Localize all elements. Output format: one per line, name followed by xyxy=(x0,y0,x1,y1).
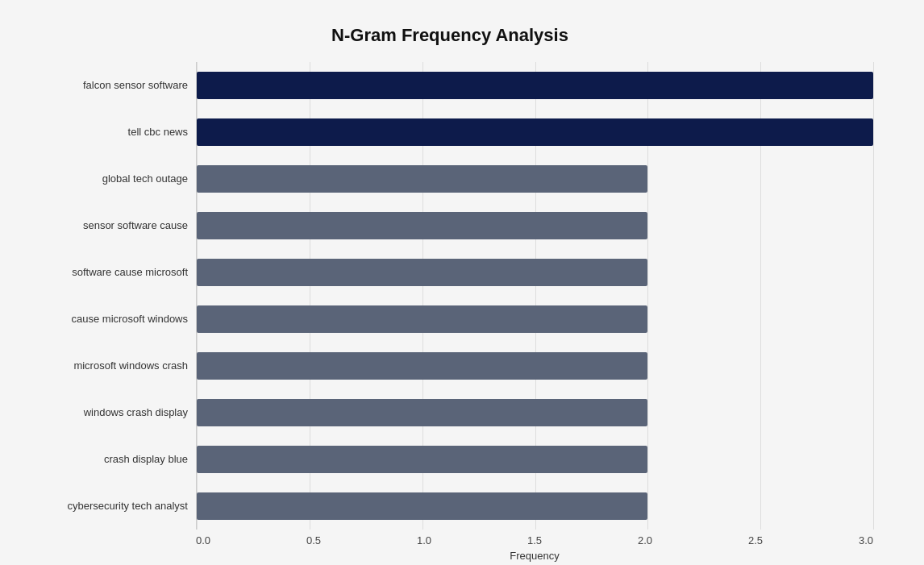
x-axis-wrapper: 0.00.51.01.52.02.53.0 Frequency xyxy=(196,530,873,562)
x-tick-label: 2.5 xyxy=(748,534,763,546)
bar xyxy=(197,259,647,286)
x-tick-labels: 0.00.51.01.52.02.53.0 xyxy=(196,534,873,546)
bar xyxy=(197,72,873,99)
bar-row xyxy=(197,205,873,247)
x-tick-label: 0.0 xyxy=(196,534,210,546)
y-axis-label: microsoft windows crash xyxy=(27,345,188,387)
y-axis-label: falcon sensor software xyxy=(27,64,188,106)
bar xyxy=(197,118,873,146)
x-tick-label: 1.0 xyxy=(417,534,431,546)
bar-row xyxy=(197,111,873,153)
y-axis-label: software cause microsoft xyxy=(27,251,188,293)
bar xyxy=(197,352,647,380)
bar xyxy=(197,399,647,426)
y-axis-label: sensor software cause xyxy=(27,205,188,247)
bar-row xyxy=(197,158,873,200)
bar-row xyxy=(197,298,873,340)
bar-row xyxy=(197,251,873,293)
y-axis-label: crash display blue xyxy=(27,438,188,480)
x-tick-label: 3.0 xyxy=(859,534,873,546)
x-tick-label: 1.5 xyxy=(527,534,542,546)
chart-container: N-Gram Frequency Analysis falcon sensor … xyxy=(19,9,905,557)
x-tick-label: 0.5 xyxy=(306,534,321,546)
y-axis-label: tell cbc news xyxy=(27,111,188,153)
y-axis-label: global tech outage xyxy=(27,158,188,200)
plot-area xyxy=(196,62,873,530)
grid-line xyxy=(873,62,874,530)
y-axis-label: cybersecurity tech analyst xyxy=(27,485,188,527)
bar xyxy=(197,446,647,473)
bar-row xyxy=(197,392,873,434)
y-axis-label: cause microsoft windows xyxy=(27,298,188,340)
x-tick-label: 2.0 xyxy=(638,534,652,546)
y-axis: falcon sensor softwaretell cbc newsgloba… xyxy=(27,62,196,530)
bar-row xyxy=(197,64,873,106)
y-axis-label: windows crash display xyxy=(27,392,188,434)
bar-row xyxy=(197,438,873,480)
bar-row xyxy=(197,345,873,387)
bar xyxy=(197,492,647,520)
bar xyxy=(197,165,647,193)
bar-row xyxy=(197,485,873,527)
x-axis-title: Frequency xyxy=(196,550,873,562)
bar xyxy=(197,305,647,333)
bar xyxy=(197,212,647,239)
chart-title: N-Gram Frequency Analysis xyxy=(27,25,873,46)
chart-area: falcon sensor softwaretell cbc newsgloba… xyxy=(27,62,873,530)
